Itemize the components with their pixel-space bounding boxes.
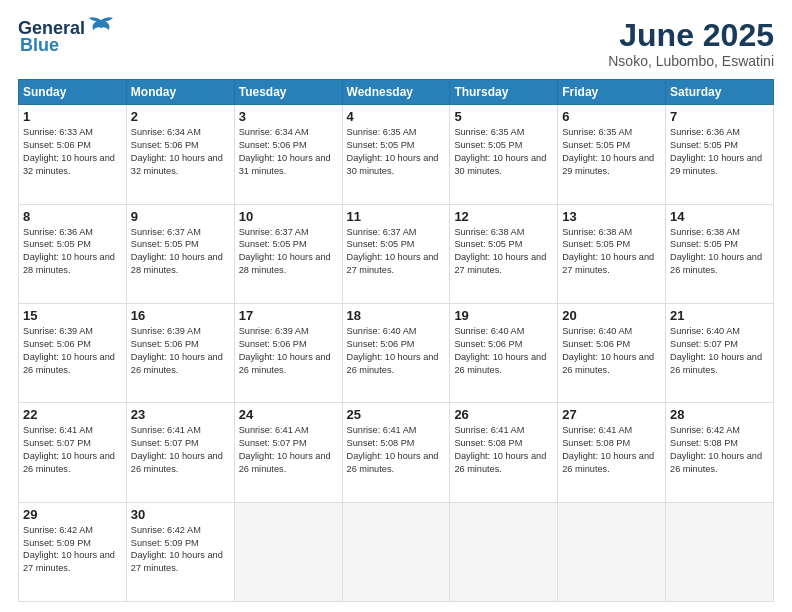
day-number: 17 bbox=[239, 308, 338, 323]
day-info: Sunrise: 6:38 AMSunset: 5:05 PMDaylight:… bbox=[454, 226, 553, 278]
logo: General Blue bbox=[18, 18, 115, 56]
day-info: Sunrise: 6:40 AMSunset: 5:07 PMDaylight:… bbox=[670, 325, 769, 377]
day-number: 24 bbox=[239, 407, 338, 422]
table-row: 3Sunrise: 6:34 AMSunset: 5:06 PMDaylight… bbox=[234, 105, 342, 204]
table-row bbox=[450, 502, 558, 601]
day-info: Sunrise: 6:33 AMSunset: 5:06 PMDaylight:… bbox=[23, 126, 122, 178]
day-number: 23 bbox=[131, 407, 230, 422]
table-row: 2Sunrise: 6:34 AMSunset: 5:06 PMDaylight… bbox=[126, 105, 234, 204]
day-number: 13 bbox=[562, 209, 661, 224]
day-info: Sunrise: 6:41 AMSunset: 5:07 PMDaylight:… bbox=[131, 424, 230, 476]
day-number: 22 bbox=[23, 407, 122, 422]
day-number: 9 bbox=[131, 209, 230, 224]
day-info: Sunrise: 6:37 AMSunset: 5:05 PMDaylight:… bbox=[239, 226, 338, 278]
day-number: 14 bbox=[670, 209, 769, 224]
day-info: Sunrise: 6:37 AMSunset: 5:05 PMDaylight:… bbox=[347, 226, 446, 278]
day-number: 21 bbox=[670, 308, 769, 323]
day-info: Sunrise: 6:34 AMSunset: 5:06 PMDaylight:… bbox=[131, 126, 230, 178]
day-info: Sunrise: 6:40 AMSunset: 5:06 PMDaylight:… bbox=[347, 325, 446, 377]
calendar-week-row: 8Sunrise: 6:36 AMSunset: 5:05 PMDaylight… bbox=[19, 204, 774, 303]
day-number: 20 bbox=[562, 308, 661, 323]
table-row: 12Sunrise: 6:38 AMSunset: 5:05 PMDayligh… bbox=[450, 204, 558, 303]
day-info: Sunrise: 6:41 AMSunset: 5:08 PMDaylight:… bbox=[454, 424, 553, 476]
table-row: 11Sunrise: 6:37 AMSunset: 5:05 PMDayligh… bbox=[342, 204, 450, 303]
day-info: Sunrise: 6:34 AMSunset: 5:06 PMDaylight:… bbox=[239, 126, 338, 178]
table-row: 22Sunrise: 6:41 AMSunset: 5:07 PMDayligh… bbox=[19, 403, 127, 502]
day-number: 7 bbox=[670, 109, 769, 124]
day-number: 26 bbox=[454, 407, 553, 422]
table-row: 27Sunrise: 6:41 AMSunset: 5:08 PMDayligh… bbox=[558, 403, 666, 502]
day-info: Sunrise: 6:35 AMSunset: 5:05 PMDaylight:… bbox=[347, 126, 446, 178]
day-number: 30 bbox=[131, 507, 230, 522]
day-number: 11 bbox=[347, 209, 446, 224]
day-info: Sunrise: 6:37 AMSunset: 5:05 PMDaylight:… bbox=[131, 226, 230, 278]
table-row: 4Sunrise: 6:35 AMSunset: 5:05 PMDaylight… bbox=[342, 105, 450, 204]
calendar-table: Sunday Monday Tuesday Wednesday Thursday… bbox=[18, 79, 774, 602]
table-row: 28Sunrise: 6:42 AMSunset: 5:08 PMDayligh… bbox=[666, 403, 774, 502]
table-row: 15Sunrise: 6:39 AMSunset: 5:06 PMDayligh… bbox=[19, 303, 127, 402]
day-info: Sunrise: 6:41 AMSunset: 5:07 PMDaylight:… bbox=[239, 424, 338, 476]
calendar-week-row: 22Sunrise: 6:41 AMSunset: 5:07 PMDayligh… bbox=[19, 403, 774, 502]
day-info: Sunrise: 6:39 AMSunset: 5:06 PMDaylight:… bbox=[239, 325, 338, 377]
table-row: 6Sunrise: 6:35 AMSunset: 5:05 PMDaylight… bbox=[558, 105, 666, 204]
day-info: Sunrise: 6:39 AMSunset: 5:06 PMDaylight:… bbox=[23, 325, 122, 377]
day-info: Sunrise: 6:35 AMSunset: 5:05 PMDaylight:… bbox=[454, 126, 553, 178]
day-number: 1 bbox=[23, 109, 122, 124]
table-row bbox=[234, 502, 342, 601]
calendar-subtitle: Nsoko, Lubombo, Eswatini bbox=[608, 53, 774, 69]
calendar-title: June 2025 bbox=[608, 18, 774, 53]
day-number: 2 bbox=[131, 109, 230, 124]
day-number: 29 bbox=[23, 507, 122, 522]
col-friday: Friday bbox=[558, 80, 666, 105]
table-row: 17Sunrise: 6:39 AMSunset: 5:06 PMDayligh… bbox=[234, 303, 342, 402]
day-number: 4 bbox=[347, 109, 446, 124]
table-row: 13Sunrise: 6:38 AMSunset: 5:05 PMDayligh… bbox=[558, 204, 666, 303]
table-row: 5Sunrise: 6:35 AMSunset: 5:05 PMDaylight… bbox=[450, 105, 558, 204]
table-row: 26Sunrise: 6:41 AMSunset: 5:08 PMDayligh… bbox=[450, 403, 558, 502]
table-row: 7Sunrise: 6:36 AMSunset: 5:05 PMDaylight… bbox=[666, 105, 774, 204]
day-number: 8 bbox=[23, 209, 122, 224]
day-info: Sunrise: 6:41 AMSunset: 5:08 PMDaylight:… bbox=[562, 424, 661, 476]
day-number: 3 bbox=[239, 109, 338, 124]
col-wednesday: Wednesday bbox=[342, 80, 450, 105]
logo-blue-text: Blue bbox=[20, 35, 59, 56]
table-row: 30Sunrise: 6:42 AMSunset: 5:09 PMDayligh… bbox=[126, 502, 234, 601]
day-number: 28 bbox=[670, 407, 769, 422]
day-info: Sunrise: 6:40 AMSunset: 5:06 PMDaylight:… bbox=[454, 325, 553, 377]
day-info: Sunrise: 6:42 AMSunset: 5:08 PMDaylight:… bbox=[670, 424, 769, 476]
day-info: Sunrise: 6:41 AMSunset: 5:07 PMDaylight:… bbox=[23, 424, 122, 476]
calendar-week-row: 29Sunrise: 6:42 AMSunset: 5:09 PMDayligh… bbox=[19, 502, 774, 601]
day-info: Sunrise: 6:39 AMSunset: 5:06 PMDaylight:… bbox=[131, 325, 230, 377]
table-row: 20Sunrise: 6:40 AMSunset: 5:06 PMDayligh… bbox=[558, 303, 666, 402]
table-row: 21Sunrise: 6:40 AMSunset: 5:07 PMDayligh… bbox=[666, 303, 774, 402]
table-row: 24Sunrise: 6:41 AMSunset: 5:07 PMDayligh… bbox=[234, 403, 342, 502]
table-row bbox=[558, 502, 666, 601]
day-number: 6 bbox=[562, 109, 661, 124]
col-sunday: Sunday bbox=[19, 80, 127, 105]
col-tuesday: Tuesday bbox=[234, 80, 342, 105]
day-number: 19 bbox=[454, 308, 553, 323]
day-number: 12 bbox=[454, 209, 553, 224]
day-number: 27 bbox=[562, 407, 661, 422]
col-monday: Monday bbox=[126, 80, 234, 105]
day-number: 16 bbox=[131, 308, 230, 323]
table-row: 19Sunrise: 6:40 AMSunset: 5:06 PMDayligh… bbox=[450, 303, 558, 402]
table-row: 8Sunrise: 6:36 AMSunset: 5:05 PMDaylight… bbox=[19, 204, 127, 303]
col-saturday: Saturday bbox=[666, 80, 774, 105]
day-info: Sunrise: 6:40 AMSunset: 5:06 PMDaylight:… bbox=[562, 325, 661, 377]
day-number: 5 bbox=[454, 109, 553, 124]
table-row bbox=[342, 502, 450, 601]
table-row: 25Sunrise: 6:41 AMSunset: 5:08 PMDayligh… bbox=[342, 403, 450, 502]
day-info: Sunrise: 6:36 AMSunset: 5:05 PMDaylight:… bbox=[670, 126, 769, 178]
table-row: 23Sunrise: 6:41 AMSunset: 5:07 PMDayligh… bbox=[126, 403, 234, 502]
day-info: Sunrise: 6:36 AMSunset: 5:05 PMDaylight:… bbox=[23, 226, 122, 278]
day-number: 10 bbox=[239, 209, 338, 224]
table-row: 16Sunrise: 6:39 AMSunset: 5:06 PMDayligh… bbox=[126, 303, 234, 402]
header: General Blue June 2025 Nsoko, Lubombo, E… bbox=[18, 18, 774, 69]
table-row: 10Sunrise: 6:37 AMSunset: 5:05 PMDayligh… bbox=[234, 204, 342, 303]
day-number: 25 bbox=[347, 407, 446, 422]
day-info: Sunrise: 6:38 AMSunset: 5:05 PMDaylight:… bbox=[562, 226, 661, 278]
calendar-week-row: 1Sunrise: 6:33 AMSunset: 5:06 PMDaylight… bbox=[19, 105, 774, 204]
table-row: 14Sunrise: 6:38 AMSunset: 5:05 PMDayligh… bbox=[666, 204, 774, 303]
logo-bird-icon bbox=[87, 16, 115, 38]
